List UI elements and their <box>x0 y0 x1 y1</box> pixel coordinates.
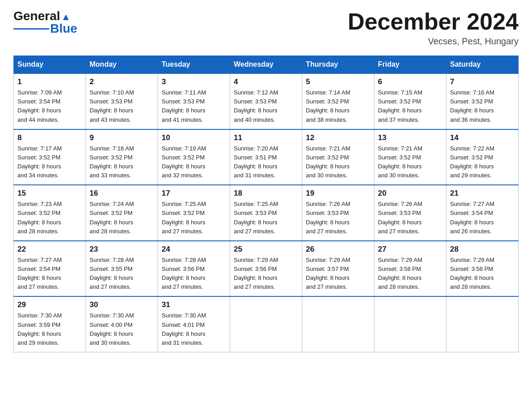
day-info: Sunrise: 7:10 AMSunset: 3:53 PMDaylight:… <box>90 88 154 124</box>
day-info: Sunrise: 7:27 AMSunset: 3:54 PMDaylight:… <box>450 200 515 236</box>
cell-week3-day6: 21 Sunrise: 7:27 AMSunset: 3:54 PMDaylig… <box>446 185 519 241</box>
day-number: 2 <box>90 77 154 86</box>
logo-triangle-icon: ▲ <box>61 11 71 23</box>
day-number: 10 <box>162 133 226 142</box>
weekday-header-row: SundayMondayTuesdayWednesdayThursdayFrid… <box>14 56 519 74</box>
cell-week2-day3: 11 Sunrise: 7:20 AMSunset: 3:51 PMDaylig… <box>230 129 302 185</box>
day-info: Sunrise: 7:11 AMSunset: 3:53 PMDaylight:… <box>162 88 226 124</box>
header-thursday: Thursday <box>302 56 374 74</box>
day-info: Sunrise: 7:19 AMSunset: 3:52 PMDaylight:… <box>162 144 226 180</box>
month-title: December 2024 <box>348 9 519 34</box>
cell-week1-day2: 3 Sunrise: 7:11 AMSunset: 3:53 PMDayligh… <box>158 73 230 129</box>
day-number: 21 <box>450 189 515 198</box>
day-number: 26 <box>306 245 370 254</box>
day-number: 15 <box>17 189 82 198</box>
logo-blue-text: Blue <box>50 21 77 36</box>
day-number: 13 <box>378 133 442 142</box>
cell-week1-day5: 6 Sunrise: 7:15 AMSunset: 3:52 PMDayligh… <box>374 73 446 129</box>
cell-week2-day2: 10 Sunrise: 7:19 AMSunset: 3:52 PMDaylig… <box>158 129 230 185</box>
day-number: 27 <box>378 245 442 254</box>
cell-week1-day3: 4 Sunrise: 7:12 AMSunset: 3:53 PMDayligh… <box>230 73 302 129</box>
day-info: Sunrise: 7:29 AMSunset: 3:57 PMDaylight:… <box>306 256 370 292</box>
week-row-5: 29 Sunrise: 7:30 AMSunset: 3:59 PMDaylig… <box>14 296 519 352</box>
logo-general: General <box>13 9 60 23</box>
cell-week3-day2: 17 Sunrise: 7:25 AMSunset: 3:52 PMDaylig… <box>158 185 230 241</box>
cell-week3-day4: 19 Sunrise: 7:26 AMSunset: 3:53 PMDaylig… <box>302 185 374 241</box>
day-info: Sunrise: 7:15 AMSunset: 3:52 PMDaylight:… <box>378 88 442 124</box>
day-info: Sunrise: 7:18 AMSunset: 3:52 PMDaylight:… <box>90 144 154 180</box>
cell-week2-day1: 9 Sunrise: 7:18 AMSunset: 3:52 PMDayligh… <box>86 129 158 185</box>
day-info: Sunrise: 7:14 AMSunset: 3:52 PMDaylight:… <box>306 88 370 124</box>
cell-week5-day3 <box>230 296 302 352</box>
day-info: Sunrise: 7:29 AMSunset: 3:58 PMDaylight:… <box>450 256 515 292</box>
cell-week3-day3: 18 Sunrise: 7:25 AMSunset: 3:53 PMDaylig… <box>230 185 302 241</box>
cell-week4-day0: 22 Sunrise: 7:27 AMSunset: 3:54 PMDaylig… <box>14 241 86 297</box>
calendar: SundayMondayTuesdayWednesdayThursdayFrid… <box>13 56 519 352</box>
day-number: 3 <box>162 77 226 86</box>
day-info: Sunrise: 7:24 AMSunset: 3:52 PMDaylight:… <box>90 200 154 236</box>
cell-week5-day0: 29 Sunrise: 7:30 AMSunset: 3:59 PMDaylig… <box>14 296 86 352</box>
cell-week5-day2: 31 Sunrise: 7:30 AMSunset: 4:01 PMDaylig… <box>158 296 230 352</box>
day-info: Sunrise: 7:23 AMSunset: 3:52 PMDaylight:… <box>17 200 82 236</box>
day-info: Sunrise: 7:30 AMSunset: 4:01 PMDaylight:… <box>162 311 226 347</box>
cell-week3-day5: 20 Sunrise: 7:26 AMSunset: 3:53 PMDaylig… <box>374 185 446 241</box>
day-info: Sunrise: 7:09 AMSunset: 3:54 PMDaylight:… <box>17 88 82 124</box>
week-row-2: 8 Sunrise: 7:17 AMSunset: 3:52 PMDayligh… <box>14 129 519 185</box>
day-number: 20 <box>378 189 442 198</box>
day-info: Sunrise: 7:12 AMSunset: 3:53 PMDaylight:… <box>234 88 298 124</box>
day-info: Sunrise: 7:20 AMSunset: 3:51 PMDaylight:… <box>234 144 298 180</box>
day-info: Sunrise: 7:29 AMSunset: 3:56 PMDaylight:… <box>234 256 298 292</box>
day-number: 28 <box>450 245 515 254</box>
day-info: Sunrise: 7:28 AMSunset: 3:55 PMDaylight:… <box>90 256 154 292</box>
day-info: Sunrise: 7:21 AMSunset: 3:52 PMDaylight:… <box>306 144 370 180</box>
cell-week5-day1: 30 Sunrise: 7:30 AMSunset: 4:00 PMDaylig… <box>86 296 158 352</box>
day-info: Sunrise: 7:17 AMSunset: 3:52 PMDaylight:… <box>17 144 82 180</box>
day-number: 23 <box>90 245 154 254</box>
day-number: 4 <box>234 77 298 86</box>
day-info: Sunrise: 7:26 AMSunset: 3:53 PMDaylight:… <box>378 200 442 236</box>
day-number: 25 <box>234 245 298 254</box>
day-number: 22 <box>17 245 82 254</box>
day-info: Sunrise: 7:26 AMSunset: 3:53 PMDaylight:… <box>306 200 370 236</box>
cell-week1-day1: 2 Sunrise: 7:10 AMSunset: 3:53 PMDayligh… <box>86 73 158 129</box>
day-number: 19 <box>306 189 370 198</box>
cell-week2-day0: 8 Sunrise: 7:17 AMSunset: 3:52 PMDayligh… <box>14 129 86 185</box>
day-info: Sunrise: 7:30 AMSunset: 4:00 PMDaylight:… <box>90 311 154 347</box>
day-info: Sunrise: 7:25 AMSunset: 3:53 PMDaylight:… <box>234 200 298 236</box>
header-monday: Monday <box>86 56 158 74</box>
logo: General▲ Blue <box>13 9 77 36</box>
day-number: 30 <box>90 300 154 309</box>
cell-week3-day1: 16 Sunrise: 7:24 AMSunset: 3:52 PMDaylig… <box>86 185 158 241</box>
title-section: December 2024 Vecses, Pest, Hungary <box>348 9 519 47</box>
location: Vecses, Pest, Hungary <box>348 36 519 47</box>
cell-week4-day6: 28 Sunrise: 7:29 AMSunset: 3:58 PMDaylig… <box>446 241 519 297</box>
cell-week4-day5: 27 Sunrise: 7:29 AMSunset: 3:58 PMDaylig… <box>374 241 446 297</box>
header-sunday: Sunday <box>14 56 86 74</box>
cell-week2-day5: 13 Sunrise: 7:21 AMSunset: 3:52 PMDaylig… <box>374 129 446 185</box>
day-number: 16 <box>90 189 154 198</box>
cell-week2-day4: 12 Sunrise: 7:21 AMSunset: 3:52 PMDaylig… <box>302 129 374 185</box>
day-info: Sunrise: 7:30 AMSunset: 3:59 PMDaylight:… <box>17 311 82 347</box>
day-info: Sunrise: 7:29 AMSunset: 3:58 PMDaylight:… <box>378 256 442 292</box>
cell-week4-day4: 26 Sunrise: 7:29 AMSunset: 3:57 PMDaylig… <box>302 241 374 297</box>
day-number: 9 <box>90 133 154 142</box>
cell-week4-day3: 25 Sunrise: 7:29 AMSunset: 3:56 PMDaylig… <box>230 241 302 297</box>
day-number: 12 <box>306 133 370 142</box>
header-friday: Friday <box>374 56 446 74</box>
day-info: Sunrise: 7:21 AMSunset: 3:52 PMDaylight:… <box>378 144 442 180</box>
header-saturday: Saturday <box>446 56 519 74</box>
week-row-3: 15 Sunrise: 7:23 AMSunset: 3:52 PMDaylig… <box>14 185 519 241</box>
day-number: 11 <box>234 133 298 142</box>
day-number: 5 <box>306 77 370 86</box>
day-number: 18 <box>234 189 298 198</box>
day-info: Sunrise: 7:16 AMSunset: 3:52 PMDaylight:… <box>450 88 515 124</box>
cell-week5-day6 <box>446 296 519 352</box>
day-number: 1 <box>17 77 82 86</box>
day-number: 7 <box>450 77 515 86</box>
page-header: General▲ Blue December 2024 Vecses, Pest… <box>13 9 519 47</box>
cell-week1-day6: 7 Sunrise: 7:16 AMSunset: 3:52 PMDayligh… <box>446 73 519 129</box>
cell-week4-day1: 23 Sunrise: 7:28 AMSunset: 3:55 PMDaylig… <box>86 241 158 297</box>
day-number: 14 <box>450 133 515 142</box>
day-number: 17 <box>162 189 226 198</box>
day-number: 6 <box>378 77 442 86</box>
